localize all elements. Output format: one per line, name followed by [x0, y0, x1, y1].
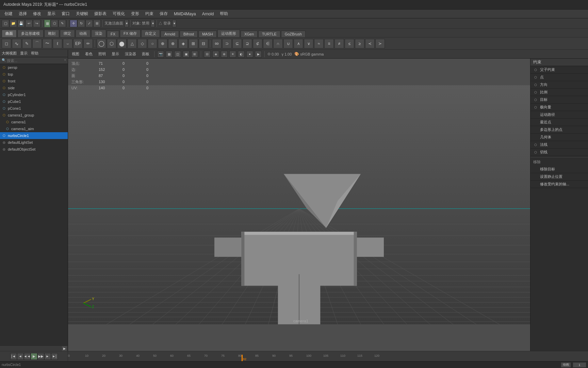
right-menu-orient[interactable]: ⬡ 方向: [530, 81, 588, 89]
vp-btn-view3[interactable]: ▣: [183, 51, 190, 58]
shelf-icon-nurbs11[interactable]: ≈: [314, 39, 324, 48]
bottom-anim-control[interactable]: 动画: [561, 362, 571, 368]
shelf-icon-nurbs5[interactable]: ⊄: [253, 39, 262, 48]
shelf-tab-arnold[interactable]: Arnold: [161, 31, 179, 37]
right-menu-scale[interactable]: ⬡ 比例: [530, 89, 588, 96]
shelf-icon-nurbs16[interactable]: ≺: [365, 39, 375, 48]
toolbar-undo[interactable]: ↩: [25, 20, 33, 27]
menu-constraint[interactable]: 约束: [143, 10, 156, 17]
vp-menu-lighting[interactable]: 照明: [96, 51, 108, 57]
shelf-tab-surface[interactable]: 曲面: [2, 30, 17, 37]
shelf-icon-curve[interactable]: ∿: [12, 39, 21, 48]
menu-camera[interactable]: 摄影表: [92, 10, 109, 17]
shelf-icon-nurbs17[interactable]: ≻: [375, 39, 385, 48]
shelf-icon-nurbs1[interactable]: ∞: [212, 39, 222, 48]
outliner-search[interactable]: [0, 57, 68, 64]
shelf-tab-bifrost[interactable]: Bifrost: [180, 31, 198, 37]
timeline-play-back[interactable]: ◄◄: [24, 353, 31, 360]
shelf-icon-cylinder[interactable]: ⬤: [117, 39, 127, 48]
toolbar-rotate[interactable]: ↻: [78, 20, 85, 27]
toolbar-obj-dropdown[interactable]: ▾: [151, 20, 155, 27]
shelf-tab-mash[interactable]: MASH: [198, 31, 217, 37]
viewport-3d[interactable]: 顶点: 71 0 0 边: 152 0 0 面 87 0: [68, 59, 530, 351]
shelf-icon-nurbs7[interactable]: ∩: [273, 39, 283, 48]
shelf-icon-s8[interactable]: ⊗: [168, 39, 178, 48]
toolbar-save[interactable]: 💾: [17, 20, 25, 27]
menu-deform[interactable]: 变形: [128, 10, 142, 17]
shelf-icon-wave[interactable]: 〜: [43, 39, 52, 48]
shelf-icon-nurbs14[interactable]: ≤: [345, 39, 354, 48]
toolbar-move[interactable]: ✛: [70, 20, 77, 27]
outliner-item-pcylinder[interactable]: ⬡ pCylinder1: [0, 91, 68, 98]
menu-select[interactable]: 选择: [16, 10, 30, 17]
shelf-icon-nurbs3[interactable]: ⊆: [232, 39, 242, 48]
menu-arnold[interactable]: Arnold: [199, 11, 217, 17]
toolbar-select-mode[interactable]: ▦: [44, 20, 50, 27]
menu-viz[interactable]: 可视化: [110, 10, 128, 17]
shelf-icon-spline[interactable]: ℓ: [53, 39, 62, 48]
vp-btn-smooth[interactable]: ◈: [212, 51, 219, 58]
shelf-icon-square[interactable]: ◻: [2, 39, 11, 48]
toolbar-new[interactable]: ▢: [2, 20, 9, 27]
vp-menu-display[interactable]: 显示: [110, 51, 121, 57]
toolbar-redo[interactable]: ↪: [33, 20, 40, 27]
menu-window[interactable]: 窗口: [59, 10, 72, 17]
right-menu-motion-path[interactable]: 运动路径: [530, 111, 588, 119]
vp-btn-shadow[interactable]: ◐: [238, 51, 245, 58]
shelf-icon-nurbs12[interactable]: ≡: [324, 39, 334, 48]
menu-display[interactable]: 显示: [45, 10, 58, 17]
right-menu-pole[interactable]: ⬡ 极向量: [530, 104, 588, 111]
shelf-tab-polygon[interactable]: 多边形建模: [17, 30, 44, 37]
shelf-icon-s9[interactable]: ◈: [178, 39, 188, 48]
toolbar-snap-dropdown[interactable]: ▾: [125, 20, 129, 27]
shelf-icon-nurbs6[interactable]: ∈: [263, 39, 273, 48]
shelf-tab-turtle[interactable]: TURTLE: [258, 31, 280, 37]
toolbar-login-dropdown[interactable]: ▾: [172, 20, 176, 27]
outliner-item-pcone[interactable]: ⬡ pCone1: [0, 105, 68, 112]
toolbar-transform[interactable]: ⊞: [93, 20, 101, 27]
outliner-menu-help[interactable]: 帮助: [31, 51, 38, 56]
shelf-icon-cone[interactable]: △: [127, 39, 137, 48]
shelf-icon-pen[interactable]: ✎: [22, 39, 32, 48]
vp-btn-camera[interactable]: 📷: [157, 51, 164, 58]
timeline-prev[interactable]: ◄: [17, 353, 24, 360]
outliner-filter[interactable]: ▾: [64, 58, 66, 62]
shelf-icon-arc[interactable]: ⌒: [32, 39, 42, 48]
menu-create[interactable]: 创建: [2, 10, 15, 17]
menu-keyframe[interactable]: 关键帧: [73, 10, 91, 17]
vp-btn-view2[interactable]: ◫: [174, 51, 181, 58]
right-menu-remove-target[interactable]: 移除目标: [530, 166, 588, 173]
vp-menu-view[interactable]: 视图: [70, 51, 81, 57]
shelf-icon-nurbs13[interactable]: ≠: [334, 39, 344, 48]
vp-btn-motion[interactable]: ▶: [255, 51, 262, 58]
outliner-item-camera1aim[interactable]: ⬡ camera1_aim: [0, 125, 68, 132]
shelf-tab-goz[interactable]: GoZBrush: [281, 31, 306, 37]
vp-btn-textured[interactable]: ⊕: [221, 51, 228, 58]
vp-menu-shading[interactable]: 着色: [83, 51, 95, 57]
outliner-item-persp[interactable]: ⬡ persp: [0, 64, 68, 71]
menu-mmd4maya[interactable]: MMD4Maya: [171, 11, 199, 17]
outliner-item-camera1[interactable]: ⬡ camera1: [0, 119, 68, 125]
outliner-scroll-right[interactable]: ▶: [62, 346, 67, 351]
right-menu-tangent[interactable]: ⬡ 切线: [530, 149, 588, 156]
shelf-icon-torus[interactable]: ⊕: [158, 39, 167, 48]
right-menu-aim[interactable]: ⬡ 目标: [530, 96, 588, 104]
right-menu-parent[interactable]: ⬡ 父子约束: [530, 66, 588, 74]
right-menu-geometry[interactable]: 几何体: [530, 134, 588, 141]
outliner-item-pcube[interactable]: ⬡ pCube1: [0, 98, 68, 105]
toolbar-paint[interactable]: ✎: [59, 20, 66, 27]
shelf-icon-nurbs4[interactable]: ⊇: [243, 39, 252, 48]
shelf-tab-motion[interactable]: 运动图形: [217, 30, 240, 37]
shelf-icon-s11[interactable]: ⊟: [199, 39, 208, 48]
outliner-item-nurbscircle[interactable]: ⬡ nurbsCircle1: [0, 132, 68, 139]
shelf-icon-nurbs9[interactable]: ∧: [294, 39, 303, 48]
shelf-icon-circle[interactable]: ○: [148, 39, 157, 48]
right-menu-point[interactable]: ⬡ 点: [530, 74, 588, 81]
shelf-tab-sculpt[interactable]: 雕刻: [44, 30, 59, 37]
menu-save[interactable]: 保存: [157, 10, 170, 17]
shelf-icon-sphere[interactable]: ◯: [97, 39, 106, 48]
vp-btn-view1[interactable]: ▦: [166, 51, 173, 58]
toolbar-open[interactable]: 📁: [10, 20, 17, 27]
outliner-menu-display[interactable]: 显示: [20, 51, 28, 56]
timeline-ruler[interactable]: 0 10 20 30 40 50 60 65 70 75 80 85 90 95…: [68, 351, 588, 362]
